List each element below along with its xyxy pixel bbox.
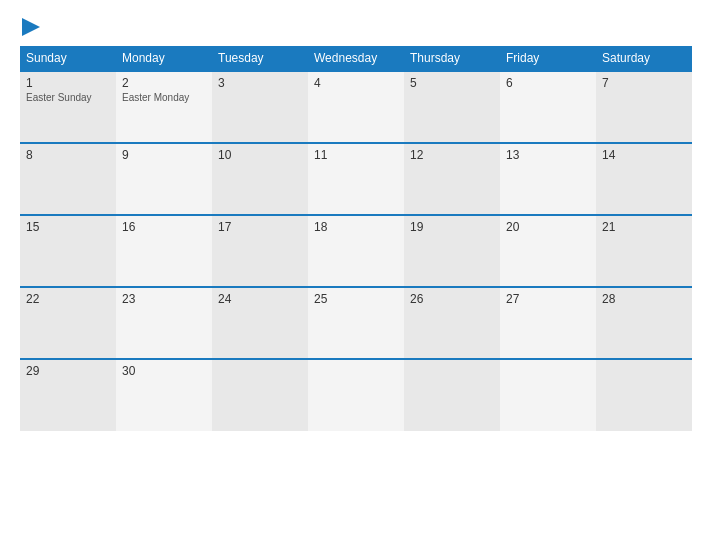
weekday-header-sunday: Sunday bbox=[20, 46, 116, 71]
day-cell: 27 bbox=[500, 287, 596, 359]
day-number: 19 bbox=[410, 220, 494, 234]
weekday-header-wednesday: Wednesday bbox=[308, 46, 404, 71]
day-number: 15 bbox=[26, 220, 110, 234]
day-cell: 18 bbox=[308, 215, 404, 287]
day-number: 6 bbox=[506, 76, 590, 90]
day-number: 1 bbox=[26, 76, 110, 90]
day-cell: 5 bbox=[404, 71, 500, 143]
day-number: 18 bbox=[314, 220, 398, 234]
day-cell: 17 bbox=[212, 215, 308, 287]
day-number: 3 bbox=[218, 76, 302, 90]
day-cell: 28 bbox=[596, 287, 692, 359]
day-number: 22 bbox=[26, 292, 110, 306]
day-cell: 13 bbox=[500, 143, 596, 215]
day-cell: 30 bbox=[116, 359, 212, 431]
day-number: 2 bbox=[122, 76, 206, 90]
day-number: 28 bbox=[602, 292, 686, 306]
day-cell: 16 bbox=[116, 215, 212, 287]
day-cell: 9 bbox=[116, 143, 212, 215]
day-number: 26 bbox=[410, 292, 494, 306]
day-event: Easter Sunday bbox=[26, 92, 110, 103]
day-cell bbox=[212, 359, 308, 431]
calendar-page: SundayMondayTuesdayWednesdayThursdayFrid… bbox=[0, 0, 712, 550]
day-number: 5 bbox=[410, 76, 494, 90]
day-number: 23 bbox=[122, 292, 206, 306]
day-number: 27 bbox=[506, 292, 590, 306]
weekday-header-friday: Friday bbox=[500, 46, 596, 71]
day-cell: 8 bbox=[20, 143, 116, 215]
day-cell bbox=[596, 359, 692, 431]
week-row-1: 1Easter Sunday2Easter Monday34567 bbox=[20, 71, 692, 143]
day-cell: 15 bbox=[20, 215, 116, 287]
day-cell: 11 bbox=[308, 143, 404, 215]
day-cell: 2Easter Monday bbox=[116, 71, 212, 143]
day-cell: 19 bbox=[404, 215, 500, 287]
day-number: 25 bbox=[314, 292, 398, 306]
day-number: 29 bbox=[26, 364, 110, 378]
day-cell: 14 bbox=[596, 143, 692, 215]
day-cell: 25 bbox=[308, 287, 404, 359]
day-number: 9 bbox=[122, 148, 206, 162]
day-number: 17 bbox=[218, 220, 302, 234]
weekday-header-saturday: Saturday bbox=[596, 46, 692, 71]
weekday-header-row: SundayMondayTuesdayWednesdayThursdayFrid… bbox=[20, 46, 692, 71]
day-number: 4 bbox=[314, 76, 398, 90]
day-number: 14 bbox=[602, 148, 686, 162]
day-number: 13 bbox=[506, 148, 590, 162]
day-event: Easter Monday bbox=[122, 92, 206, 103]
day-number: 11 bbox=[314, 148, 398, 162]
day-number: 24 bbox=[218, 292, 302, 306]
day-cell: 1Easter Sunday bbox=[20, 71, 116, 143]
day-number: 20 bbox=[506, 220, 590, 234]
day-cell: 4 bbox=[308, 71, 404, 143]
day-number: 21 bbox=[602, 220, 686, 234]
day-number: 30 bbox=[122, 364, 206, 378]
day-cell bbox=[308, 359, 404, 431]
day-cell: 20 bbox=[500, 215, 596, 287]
day-cell: 22 bbox=[20, 287, 116, 359]
day-number: 7 bbox=[602, 76, 686, 90]
week-row-3: 15161718192021 bbox=[20, 215, 692, 287]
header bbox=[20, 18, 692, 36]
weekday-header-thursday: Thursday bbox=[404, 46, 500, 71]
day-number: 10 bbox=[218, 148, 302, 162]
weekday-header-tuesday: Tuesday bbox=[212, 46, 308, 71]
week-row-2: 891011121314 bbox=[20, 143, 692, 215]
day-cell: 12 bbox=[404, 143, 500, 215]
day-cell bbox=[404, 359, 500, 431]
day-cell: 23 bbox=[116, 287, 212, 359]
day-number: 16 bbox=[122, 220, 206, 234]
day-cell: 21 bbox=[596, 215, 692, 287]
weekday-header-monday: Monday bbox=[116, 46, 212, 71]
day-cell: 10 bbox=[212, 143, 308, 215]
svg-marker-0 bbox=[22, 18, 40, 36]
day-cell: 29 bbox=[20, 359, 116, 431]
day-cell: 3 bbox=[212, 71, 308, 143]
day-cell bbox=[500, 359, 596, 431]
logo bbox=[20, 18, 40, 36]
day-cell: 7 bbox=[596, 71, 692, 143]
day-number: 8 bbox=[26, 148, 110, 162]
calendar-table: SundayMondayTuesdayWednesdayThursdayFrid… bbox=[20, 46, 692, 431]
week-row-5: 2930 bbox=[20, 359, 692, 431]
logo-icon bbox=[22, 18, 40, 36]
day-cell: 24 bbox=[212, 287, 308, 359]
day-cell: 26 bbox=[404, 287, 500, 359]
day-number: 12 bbox=[410, 148, 494, 162]
day-cell: 6 bbox=[500, 71, 596, 143]
week-row-4: 22232425262728 bbox=[20, 287, 692, 359]
